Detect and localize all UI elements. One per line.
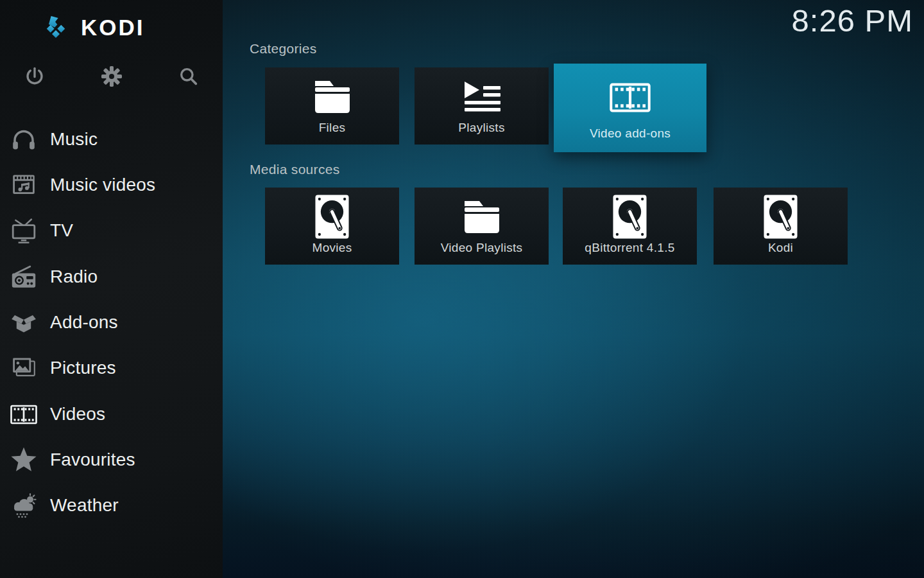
sidebar-item-favourites[interactable]: Favourites [0, 441, 223, 478]
harddisk-icon [714, 188, 848, 241]
tile-label: Kodi [714, 241, 848, 265]
sidebar-item-music[interactable]: Music [0, 121, 223, 158]
section-title-media-sources: Media sources [250, 162, 339, 177]
sidebar-item-radio[interactable]: Radio [0, 258, 223, 295]
sidebar-item-label: Radio [50, 267, 98, 287]
tile-playlists[interactable]: Playlists [415, 67, 549, 144]
tile-files[interactable]: Files [265, 67, 399, 144]
sidebar-item-weather[interactable]: Weather [0, 487, 223, 524]
tile-kodi[interactable]: Kodi [714, 188, 848, 265]
radio-icon [8, 264, 39, 290]
tv-icon [8, 217, 39, 244]
weather-icon [8, 493, 39, 518]
tile-label: Video Playlists [415, 241, 549, 265]
kodi-logo-text: KODI [81, 15, 145, 40]
sidebar-item-music-videos[interactable]: Music videos [0, 166, 223, 204]
music-video-icon [8, 172, 39, 198]
tile-label: Files [265, 121, 399, 144]
tile-label: Video add-ons [554, 127, 706, 152]
filmstrip-icon [8, 405, 39, 425]
settings-button[interactable] [98, 64, 125, 91]
playlist-icon [415, 67, 549, 121]
kodi-logo-icon [41, 12, 71, 44]
power-button[interactable] [21, 64, 48, 91]
tile-qbittorrent[interactable]: qBittorrent 4.1.5 [563, 188, 697, 265]
sidebar: KODI [0, 0, 223, 578]
harddisk-icon [265, 188, 399, 241]
sidebar-item-addons[interactable]: Add-ons [0, 304, 223, 341]
section-title-categories: Categories [250, 41, 317, 57]
sidebar-item-label: Add-ons [50, 312, 118, 333]
addon-box-icon [8, 310, 39, 335]
clock: 8:26 PM [792, 3, 913, 39]
folder-icon [265, 67, 399, 121]
sidebar-item-label: Videos [50, 404, 105, 425]
tile-video-addons[interactable]: Video add-ons [554, 64, 706, 152]
sidebar-item-label: Pictures [50, 358, 116, 378]
sidebar-item-videos[interactable]: Videos [0, 396, 223, 433]
tile-video-playlists[interactable]: Video Playlists [415, 188, 549, 265]
kodi-home-screen: 8:26 PM Categories Files [0, 0, 924, 578]
sidebar-item-tv[interactable]: TV [0, 212, 223, 249]
star-icon [8, 446, 39, 473]
sidebar-item-label: Favourites [50, 450, 135, 470]
power-icon [22, 64, 47, 91]
tile-label: qBittorrent 4.1.5 [563, 241, 697, 265]
search-icon [176, 64, 201, 91]
tile-movies[interactable]: Movies [265, 188, 399, 265]
headphones-icon [8, 126, 39, 153]
tile-label: Playlists [415, 121, 549, 144]
kodi-logo: KODI [41, 12, 145, 44]
sidebar-item-label: TV [50, 220, 73, 241]
sidebar-item-pictures[interactable]: Pictures [0, 349, 223, 387]
folder-icon [415, 188, 549, 241]
harddisk-icon [563, 188, 697, 241]
gear-icon [99, 64, 124, 91]
pictures-icon [8, 355, 39, 381]
filmstrip-icon [554, 64, 706, 127]
search-button[interactable] [175, 64, 202, 91]
sidebar-item-label: Music [50, 129, 98, 150]
sidebar-item-label: Music videos [50, 175, 155, 195]
sidebar-item-label: Weather [50, 495, 119, 516]
tile-label: Movies [265, 241, 399, 265]
